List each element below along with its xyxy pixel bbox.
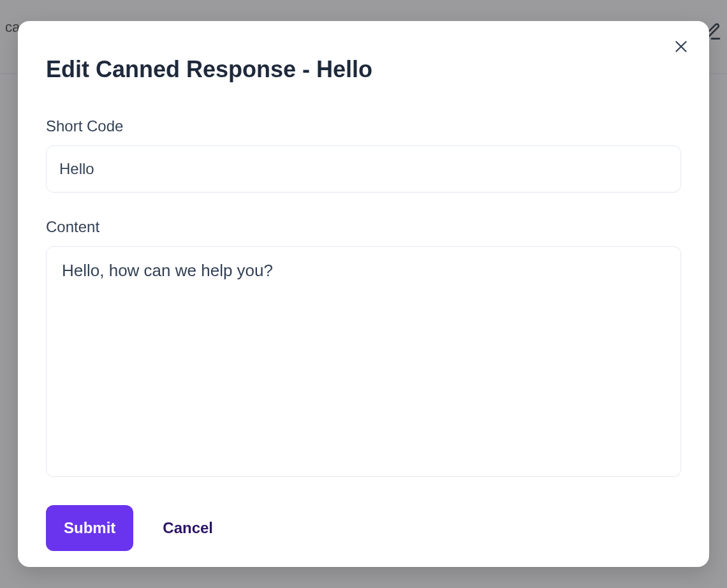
close-icon — [673, 38, 689, 55]
modal-title: Edit Canned Response - Hello — [46, 55, 681, 83]
short-code-label: Short Code — [46, 117, 681, 135]
cancel-button[interactable]: Cancel — [163, 519, 213, 537]
content-field-group: Content — [46, 218, 681, 505]
edit-canned-response-modal: Edit Canned Response - Hello Short Code … — [18, 21, 709, 567]
close-button[interactable] — [671, 36, 691, 57]
short-code-input[interactable] — [46, 145, 681, 193]
modal-actions: Submit Cancel — [46, 505, 681, 551]
content-label: Content — [46, 218, 681, 236]
short-code-field-group: Short Code — [46, 117, 681, 193]
content-textarea[interactable] — [62, 260, 665, 464]
submit-button[interactable]: Submit — [46, 505, 133, 551]
content-textarea-wrap — [46, 246, 681, 477]
